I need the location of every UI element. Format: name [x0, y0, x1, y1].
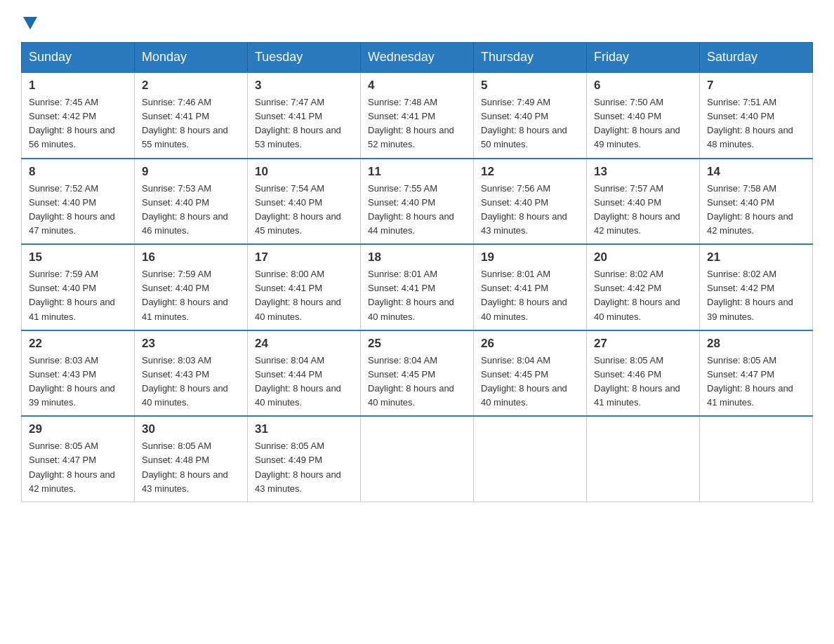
day-cell-13: 13 Sunrise: 7:57 AMSunset: 4:40 PMDaylig…	[587, 159, 700, 245]
day-number: 23	[142, 337, 240, 351]
day-info: Sunrise: 8:01 AMSunset: 4:41 PMDaylight:…	[368, 269, 454, 321]
day-number: 14	[707, 165, 805, 179]
empty-cell	[700, 416, 813, 502]
calendar-body: 1 Sunrise: 7:45 AMSunset: 4:42 PMDayligh…	[22, 72, 813, 502]
day-number: 18	[368, 250, 466, 264]
day-cell-29: 29 Sunrise: 8:05 AMSunset: 4:47 PMDaylig…	[22, 416, 135, 502]
day-cell-5: 5 Sunrise: 7:49 AMSunset: 4:40 PMDayligh…	[474, 72, 587, 159]
day-info: Sunrise: 8:05 AMSunset: 4:49 PMDaylight:…	[255, 441, 341, 493]
day-info: Sunrise: 8:04 AMSunset: 4:45 PMDaylight:…	[368, 355, 454, 408]
day-cell-2: 2 Sunrise: 7:46 AMSunset: 4:41 PMDayligh…	[135, 72, 248, 159]
day-info: Sunrise: 7:51 AMSunset: 4:40 PMDaylight:…	[707, 97, 793, 149]
day-number: 27	[594, 337, 692, 351]
day-number: 3	[255, 79, 353, 93]
day-cell-26: 26 Sunrise: 8:04 AMSunset: 4:45 PMDaylig…	[474, 330, 587, 417]
day-info: Sunrise: 7:59 AMSunset: 4:40 PMDaylight:…	[142, 269, 228, 321]
header-cell-wednesday: Wednesday	[361, 43, 474, 73]
day-info: Sunrise: 8:05 AMSunset: 4:48 PMDaylight:…	[142, 441, 228, 493]
day-number: 26	[481, 337, 579, 351]
day-number: 5	[481, 79, 579, 93]
day-cell-7: 7 Sunrise: 7:51 AMSunset: 4:40 PMDayligh…	[700, 72, 813, 159]
day-number: 16	[142, 250, 240, 264]
day-number: 9	[142, 165, 240, 179]
day-cell-12: 12 Sunrise: 7:56 AMSunset: 4:40 PMDaylig…	[474, 159, 587, 245]
week-row-5: 29 Sunrise: 8:05 AMSunset: 4:47 PMDaylig…	[22, 416, 813, 502]
day-number: 4	[368, 79, 466, 93]
day-number: 13	[594, 165, 692, 179]
day-info: Sunrise: 7:58 AMSunset: 4:40 PMDaylight:…	[707, 183, 793, 236]
header-row: SundayMondayTuesdayWednesdayThursdayFrid…	[22, 43, 813, 73]
day-number: 25	[368, 337, 466, 351]
day-info: Sunrise: 7:52 AMSunset: 4:40 PMDaylight:…	[29, 183, 115, 236]
day-cell-21: 21 Sunrise: 8:02 AMSunset: 4:42 PMDaylig…	[700, 244, 813, 330]
day-number: 17	[255, 250, 353, 264]
day-info: Sunrise: 7:53 AMSunset: 4:40 PMDaylight:…	[142, 183, 228, 236]
day-cell-16: 16 Sunrise: 7:59 AMSunset: 4:40 PMDaylig…	[135, 244, 248, 330]
header-cell-friday: Friday	[587, 43, 700, 73]
day-cell-18: 18 Sunrise: 8:01 AMSunset: 4:41 PMDaylig…	[361, 244, 474, 330]
day-info: Sunrise: 7:46 AMSunset: 4:41 PMDaylight:…	[142, 97, 228, 149]
day-info: Sunrise: 8:04 AMSunset: 4:44 PMDaylight:…	[255, 355, 341, 408]
day-cell-25: 25 Sunrise: 8:04 AMSunset: 4:45 PMDaylig…	[361, 330, 474, 417]
day-cell-20: 20 Sunrise: 8:02 AMSunset: 4:42 PMDaylig…	[587, 244, 700, 330]
day-cell-11: 11 Sunrise: 7:55 AMSunset: 4:40 PMDaylig…	[361, 159, 474, 245]
header-cell-monday: Monday	[135, 43, 248, 73]
day-info: Sunrise: 7:48 AMSunset: 4:41 PMDaylight:…	[368, 97, 454, 149]
day-number: 1	[29, 79, 127, 93]
day-cell-23: 23 Sunrise: 8:03 AMSunset: 4:43 PMDaylig…	[135, 330, 248, 417]
day-info: Sunrise: 8:02 AMSunset: 4:42 PMDaylight:…	[707, 269, 793, 321]
empty-cell	[474, 416, 587, 502]
day-cell-6: 6 Sunrise: 7:50 AMSunset: 4:40 PMDayligh…	[587, 72, 700, 159]
empty-cell	[587, 416, 700, 502]
day-cell-9: 9 Sunrise: 7:53 AMSunset: 4:40 PMDayligh…	[135, 159, 248, 245]
day-number: 8	[29, 165, 127, 179]
day-cell-24: 24 Sunrise: 8:04 AMSunset: 4:44 PMDaylig…	[248, 330, 361, 417]
week-row-1: 1 Sunrise: 7:45 AMSunset: 4:42 PMDayligh…	[22, 72, 813, 159]
week-row-3: 15 Sunrise: 7:59 AMSunset: 4:40 PMDaylig…	[22, 244, 813, 330]
week-row-2: 8 Sunrise: 7:52 AMSunset: 4:40 PMDayligh…	[22, 159, 813, 245]
day-info: Sunrise: 8:00 AMSunset: 4:41 PMDaylight:…	[255, 269, 341, 321]
day-number: 10	[255, 165, 353, 179]
day-number: 24	[255, 337, 353, 351]
header-cell-thursday: Thursday	[474, 43, 587, 73]
day-cell-4: 4 Sunrise: 7:48 AMSunset: 4:41 PMDayligh…	[361, 72, 474, 159]
day-info: Sunrise: 8:05 AMSunset: 4:47 PMDaylight:…	[29, 441, 115, 493]
day-info: Sunrise: 8:03 AMSunset: 4:43 PMDaylight:…	[142, 355, 228, 408]
day-number: 6	[594, 79, 692, 93]
day-info: Sunrise: 8:05 AMSunset: 4:47 PMDaylight:…	[707, 355, 793, 408]
day-info: Sunrise: 8:04 AMSunset: 4:45 PMDaylight:…	[481, 355, 567, 408]
day-number: 19	[481, 250, 579, 264]
day-number: 12	[481, 165, 579, 179]
day-number: 21	[707, 250, 805, 264]
day-info: Sunrise: 8:02 AMSunset: 4:42 PMDaylight:…	[594, 269, 680, 321]
day-number: 28	[707, 337, 805, 351]
day-cell-10: 10 Sunrise: 7:54 AMSunset: 4:40 PMDaylig…	[248, 159, 361, 245]
day-cell-27: 27 Sunrise: 8:05 AMSunset: 4:46 PMDaylig…	[587, 330, 700, 417]
header-cell-tuesday: Tuesday	[248, 43, 361, 73]
day-cell-28: 28 Sunrise: 8:05 AMSunset: 4:47 PMDaylig…	[700, 330, 813, 417]
empty-cell	[361, 416, 474, 502]
day-info: Sunrise: 7:47 AMSunset: 4:41 PMDaylight:…	[255, 97, 341, 149]
day-number: 22	[29, 337, 127, 351]
day-number: 7	[707, 79, 805, 93]
day-info: Sunrise: 7:59 AMSunset: 4:40 PMDaylight:…	[29, 269, 115, 321]
day-cell-14: 14 Sunrise: 7:58 AMSunset: 4:40 PMDaylig…	[700, 159, 813, 245]
day-cell-8: 8 Sunrise: 7:52 AMSunset: 4:40 PMDayligh…	[22, 159, 135, 245]
day-cell-1: 1 Sunrise: 7:45 AMSunset: 4:42 PMDayligh…	[22, 72, 135, 159]
day-info: Sunrise: 7:55 AMSunset: 4:40 PMDaylight:…	[368, 183, 454, 236]
day-info: Sunrise: 7:45 AMSunset: 4:42 PMDaylight:…	[29, 97, 115, 149]
day-number: 2	[142, 79, 240, 93]
day-number: 30	[142, 422, 240, 436]
day-info: Sunrise: 7:49 AMSunset: 4:40 PMDaylight:…	[481, 97, 567, 149]
day-cell-22: 22 Sunrise: 8:03 AMSunset: 4:43 PMDaylig…	[22, 330, 135, 417]
header-cell-sunday: Sunday	[22, 43, 135, 73]
day-info: Sunrise: 8:03 AMSunset: 4:43 PMDaylight:…	[29, 355, 115, 408]
week-row-4: 22 Sunrise: 8:03 AMSunset: 4:43 PMDaylig…	[22, 330, 813, 417]
day-cell-15: 15 Sunrise: 7:59 AMSunset: 4:40 PMDaylig…	[22, 244, 135, 330]
day-cell-3: 3 Sunrise: 7:47 AMSunset: 4:41 PMDayligh…	[248, 72, 361, 159]
logo-triangle-icon	[23, 17, 37, 29]
day-info: Sunrise: 7:54 AMSunset: 4:40 PMDaylight:…	[255, 183, 341, 236]
day-number: 31	[255, 422, 353, 436]
day-info: Sunrise: 7:50 AMSunset: 4:40 PMDaylight:…	[594, 97, 680, 149]
day-number: 15	[29, 250, 127, 264]
